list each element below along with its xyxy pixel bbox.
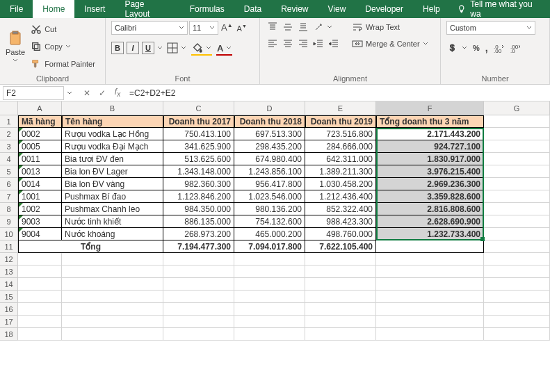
cell[interactable]: 2.171.443.200 [376, 128, 484, 140]
cell[interactable] [18, 316, 62, 328]
row-header[interactable]: 14 [0, 278, 18, 291]
tab-data[interactable]: Data [234, 0, 271, 18]
cell[interactable] [484, 190, 550, 203]
col-header-f[interactable]: F [376, 101, 484, 115]
cell[interactable]: 9003 [18, 215, 62, 228]
cell[interactable] [484, 303, 550, 316]
cell[interactable] [305, 266, 376, 278]
col-header-d[interactable]: D [234, 101, 305, 115]
row-header[interactable]: 6 [0, 178, 18, 190]
cell[interactable] [484, 228, 550, 240]
col-header-a[interactable]: A [18, 101, 62, 115]
cell[interactable]: 7.094.017.800 [234, 240, 305, 253]
cell[interactable] [484, 240, 550, 253]
wrap-text-button[interactable]: Wrap Text [350, 21, 430, 33]
cell[interactable]: Pushmax Bí đao [62, 190, 163, 203]
cell[interactable] [234, 253, 305, 266]
cell[interactable] [234, 303, 305, 316]
comma-button[interactable]: , [484, 42, 490, 54]
cell[interactable]: 1.389.211.300 [305, 165, 376, 178]
cell[interactable] [305, 303, 376, 316]
select-all-corner[interactable] [0, 101, 18, 115]
copy-button[interactable]: Copy [29, 40, 97, 53]
accounting-format-button[interactable]: $ [446, 42, 469, 54]
cell[interactable] [305, 316, 376, 328]
decrease-indent-button[interactable] [312, 38, 325, 50]
tab-developer[interactable]: Developer [355, 0, 413, 18]
cell[interactable] [234, 278, 305, 291]
cell[interactable] [18, 328, 62, 341]
cell[interactable] [62, 291, 163, 303]
cell[interactable] [234, 328, 305, 341]
row-header[interactable]: 10 [0, 228, 18, 240]
cell[interactable]: 0011 [18, 153, 62, 165]
percent-button[interactable]: % [471, 42, 481, 54]
format-painter-button[interactable]: Format Painter [29, 58, 97, 70]
cell[interactable]: 0002 [18, 128, 62, 140]
cell[interactable] [376, 266, 484, 278]
row-header[interactable]: 8 [0, 203, 18, 215]
cell[interactable]: 0014 [18, 178, 62, 190]
cell[interactable]: 924.727.100 [376, 140, 484, 153]
row-header[interactable]: 7 [0, 190, 18, 203]
cell[interactable] [163, 266, 234, 278]
cell[interactable]: 465.000.200 [234, 228, 305, 240]
cell[interactable]: 1.343.148.000 [163, 165, 234, 178]
tab-page-layout[interactable]: Page Layout [115, 0, 179, 18]
cell[interactable] [18, 266, 62, 278]
row-header[interactable]: 13 [0, 266, 18, 278]
tell-me[interactable]: Tell me what you wa [450, 0, 550, 18]
paste-button[interactable]: Paste [6, 21, 25, 72]
cell[interactable] [163, 278, 234, 291]
increase-indent-button[interactable] [327, 38, 341, 50]
fx-button[interactable]: fx [110, 85, 125, 101]
align-bottom-button[interactable] [296, 21, 310, 33]
cell[interactable] [484, 266, 550, 278]
cell[interactable]: 754.132.600 [234, 215, 305, 228]
cell[interactable] [234, 266, 305, 278]
cell[interactable] [376, 240, 484, 253]
font-name-select[interactable]: Calibri [111, 21, 188, 35]
cell[interactable]: Bia tươi ĐV đen [62, 153, 163, 165]
merge-center-button[interactable]: Merge & Center [350, 38, 430, 50]
cell[interactable]: 674.980.400 [234, 153, 305, 165]
cell[interactable] [484, 253, 550, 266]
col-header-g[interactable]: G [484, 101, 550, 115]
row-header[interactable]: 12 [0, 253, 18, 266]
cell[interactable] [18, 253, 62, 266]
font-color-button[interactable]: A [216, 42, 233, 54]
cell[interactable]: 3.359.828.600 [376, 190, 484, 203]
cell[interactable]: 268.973.200 [163, 228, 234, 240]
cell[interactable] [62, 278, 163, 291]
cell[interactable]: 9004 [18, 228, 62, 240]
cell[interactable] [163, 316, 234, 328]
cell[interactable] [18, 303, 62, 316]
cell[interactable] [62, 328, 163, 341]
number-format-select[interactable]: Custom [446, 21, 535, 35]
italic-button[interactable]: I [127, 42, 139, 54]
formula-input[interactable] [125, 86, 550, 100]
cell[interactable]: Bia lon ĐV Lager [62, 165, 163, 178]
cell[interactable] [163, 303, 234, 316]
cell[interactable]: Rượu vodka Lạc Hồng [62, 128, 163, 140]
cell[interactable]: 1.123.846.200 [163, 190, 234, 203]
align-center-button[interactable] [281, 38, 295, 50]
cell[interactable]: Tên hàng [62, 115, 163, 128]
cell[interactable] [62, 316, 163, 328]
cell[interactable]: Nước khoáng [62, 228, 163, 240]
cell[interactable]: 723.516.800 [305, 128, 376, 140]
underline-button[interactable]: U [142, 42, 154, 54]
align-middle-button[interactable] [281, 21, 295, 33]
cell[interactable]: 1.023.546.000 [234, 190, 305, 203]
cell[interactable] [305, 328, 376, 341]
cell[interactable]: Pushmax Chanh leo [62, 203, 163, 215]
tab-insert[interactable]: Insert [74, 0, 115, 18]
name-box[interactable]: F2 [3, 86, 64, 100]
cell[interactable] [484, 178, 550, 190]
chevron-down-icon[interactable] [157, 45, 163, 51]
cell[interactable] [484, 215, 550, 228]
border-button[interactable] [165, 42, 188, 54]
cell[interactable] [376, 291, 484, 303]
cell[interactable]: Doanh thu 2018 [234, 115, 305, 128]
cell[interactable] [484, 165, 550, 178]
